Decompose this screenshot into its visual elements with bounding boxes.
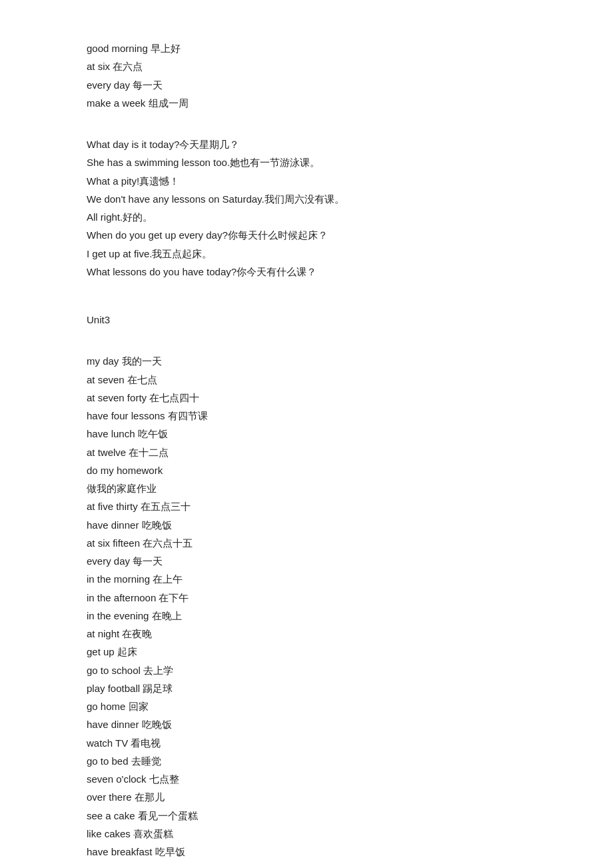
vocab-item: play football 踢足球: [87, 680, 526, 697]
vocab-item: have dinner 吃晚饭: [87, 517, 526, 534]
vocab-item: get up 起床: [87, 643, 526, 661]
vocab-item-zh: 做我的家庭作业: [87, 480, 526, 497]
vocab-item: make a week 组成一周: [87, 95, 526, 112]
page-content: good morning 早上好at six 在六点every day 每一天m…: [87, 40, 526, 861]
vocab-item: at twelve 在十二点: [87, 444, 526, 461]
vocab-item: in the morning 在上午: [87, 571, 526, 588]
vocab-item: seven o'clock 七点整: [87, 771, 526, 788]
vocab-item: like cakes 喜欢蛋糕: [87, 825, 526, 843]
vocab-item: see a cake 看见一个蛋糕: [87, 807, 526, 825]
vocab-item: go home 回家: [87, 698, 526, 715]
vocab-item: do my homework: [87, 462, 526, 479]
sentence-item: She has a swimming lesson too.她也有一节游泳课。: [87, 154, 526, 171]
vocab-item: over there 在那儿: [87, 789, 526, 806]
vocab-item: my day 我的一天: [87, 353, 526, 370]
vocab-item: at seven 在七点: [87, 371, 526, 389]
vocab-item: good morning 早上好: [87, 40, 526, 57]
sentence-item: What a pity!真遗憾！: [87, 173, 526, 190]
sentence-item: I get up at five.我五点起床。: [87, 245, 526, 263]
vocab-item: at six 在六点: [87, 58, 526, 75]
vocab-item: at five thirty 在五点三十: [87, 498, 526, 515]
vocab-item: have four lessons 有四节课: [87, 407, 526, 425]
vocab-item: in the evening 在晚上: [87, 607, 526, 625]
unit3-title: Unit3: [87, 311, 526, 329]
sentence-item: What lessons do you have today?你今天有什么课？: [87, 263, 526, 281]
sentence-item: All right.好的。: [87, 209, 526, 226]
vocab-item: every day 每一天: [87, 553, 526, 570]
vocab-item: at seven forty 在七点四十: [87, 389, 526, 407]
vocab-item: watch TV 看电视: [87, 735, 526, 752]
vocab-item: every day 每一天: [87, 77, 526, 94]
vocab-item: go to bed 去睡觉: [87, 753, 526, 770]
sentence-item: What day is it today?今天星期几？: [87, 136, 526, 153]
sentences-section: What day is it today?今天星期几？She has a swi…: [87, 136, 526, 281]
sentence-item: When do you get up every day?你每天什么时候起床？: [87, 227, 526, 244]
vocab-item: in the afternoon 在下午: [87, 589, 526, 607]
vocab-item: have lunch 吃午饭: [87, 425, 526, 443]
vocab-section-2: my day 我的一天at seven 在七点at seven forty 在七…: [87, 353, 526, 861]
vocab-item: at night 在夜晚: [87, 625, 526, 643]
vocab-item: have dinner 吃晚饭: [87, 716, 526, 733]
unit3-block: Unit3: [87, 311, 526, 329]
sentence-item: We don't have any lessons on Saturday.我们…: [87, 191, 526, 208]
vocab-section-1: good morning 早上好at six 在六点every day 每一天m…: [87, 40, 526, 112]
vocab-item: go to school 去上学: [87, 662, 526, 679]
vocab-item: at six fifteen 在六点十五: [87, 535, 526, 552]
vocab-item: have breakfast 吃早饭: [87, 843, 526, 861]
